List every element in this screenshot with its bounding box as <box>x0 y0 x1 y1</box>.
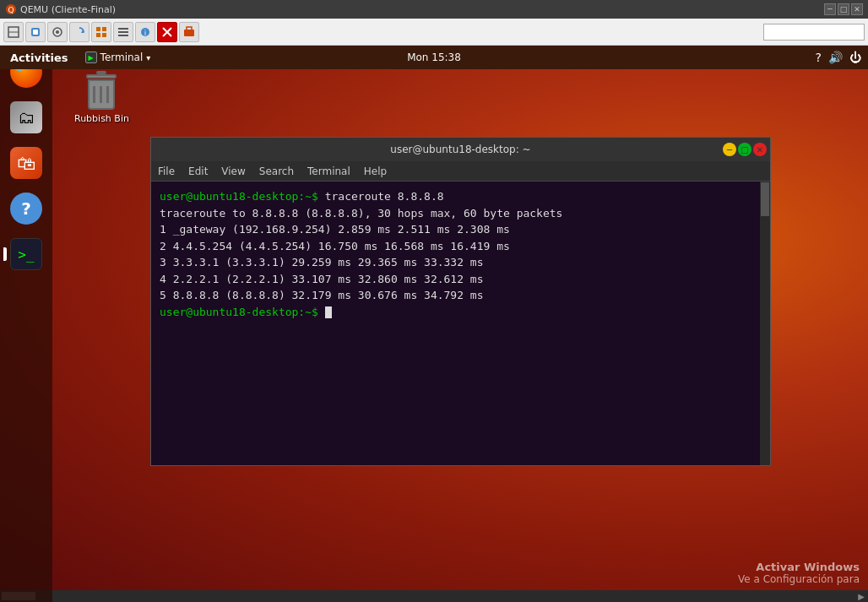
terminal-line-5: 3 3.3.3.1 (3.3.3.1) 29.259 ms 29.365 ms … <box>160 254 762 271</box>
dock-item-appstore[interactable]: 🛍 <box>7 144 46 182</box>
cmd-1: traceroute 8.8.8.8 <box>325 190 444 203</box>
panel-terminal-arrow: ▾ <box>146 53 150 62</box>
svg-rect-15 <box>118 35 128 36</box>
qemu-close-button[interactable]: ✕ <box>851 3 863 15</box>
watermark-line2: Ve a Configuración para <box>738 573 860 585</box>
qemu-tb-btn-1[interactable] <box>25 22 46 42</box>
panel-right-icons: ? 🔊 ⏻ <box>816 51 868 64</box>
panel-activities-button[interactable]: Activities <box>0 52 79 64</box>
activate-watermark: Activar Windows Ve a Configuración para <box>738 561 860 585</box>
terminal-minimize-button[interactable]: ─ <box>723 143 736 156</box>
terminal-line-2: traceroute to 8.8.8.8 (8.8.8.8), 30 hops… <box>160 205 762 222</box>
prompt-2: user@ubuntu18-desktop:~$ <box>160 306 318 318</box>
qemu-window-controls: ─ □ ✕ <box>824 3 863 15</box>
svg-point-7 <box>56 30 59 34</box>
trash-graphic <box>84 69 119 110</box>
qemu-icon: Q <box>5 3 17 15</box>
desktop: Q QEMU (Cliente-Final) ─ □ ✕ i <box>0 0 868 602</box>
terminal-close-button[interactable]: ✕ <box>753 143 767 156</box>
terminal-menubar: File Edit View Search Terminal Help <box>151 161 770 182</box>
terminal-cursor <box>325 306 332 318</box>
qemu-minimize-button[interactable]: ─ <box>824 3 836 15</box>
terminal-line-4: 2 4.4.5.254 (4.4.5.254) 16.750 ms 16.568… <box>160 238 762 255</box>
rubbish-bin-icon[interactable]: Rubbish Bin <box>74 69 129 124</box>
qemu-title: QEMU (Cliente-Final) <box>20 4 824 15</box>
terminal-menu-file[interactable]: File <box>158 165 175 177</box>
trash-body <box>88 79 115 110</box>
terminal-scrollbar-thumb[interactable] <box>761 182 769 216</box>
terminal-line-1: user@ubuntu18-desktop:~$ traceroute 8.8.… <box>160 188 762 205</box>
qemu-tb-btn-5[interactable] <box>113 22 133 42</box>
terminal-maximize-button[interactable]: □ <box>738 143 751 156</box>
trash-lid <box>86 74 117 79</box>
terminal-line-8: user@ubuntu18-desktop:~$ <box>160 304 762 321</box>
terminal-menu-search[interactable]: Search <box>259 165 294 177</box>
terminal-window-controls: ─ □ ✕ <box>723 143 767 156</box>
svg-rect-12 <box>102 33 106 37</box>
panel-help-icon[interactable]: ? <box>816 51 822 64</box>
panel-power-icon[interactable]: ⏻ <box>849 51 861 64</box>
qemu-tb-btn-0[interactable] <box>3 22 24 42</box>
qemu-titlebar: Q QEMU (Cliente-Final) ─ □ ✕ <box>0 0 868 19</box>
prompt-1: user@ubuntu18-desktop:~$ <box>160 190 318 203</box>
watermark-line1: Activar Windows <box>738 561 860 573</box>
terminal-titlebar: user@ubuntu18-desktop: ~ ─ □ ✕ <box>151 138 770 161</box>
qemu-tb-btn-3[interactable] <box>69 22 90 42</box>
qemu-tb-btn-7[interactable] <box>157 22 177 42</box>
qemu-toolbar: i <box>0 19 868 46</box>
terminal-menu-edit[interactable]: Edit <box>188 165 208 177</box>
svg-rect-11 <box>96 33 100 37</box>
svg-rect-14 <box>118 31 128 33</box>
scroll-right-arrow[interactable]: ▶ <box>858 592 868 601</box>
terminal-menu-terminal[interactable]: Terminal <box>307 165 350 177</box>
ubuntu-panel: Activities ▶ Terminal ▾ Mon 15:38 ? 🔊 ⏻ <box>0 46 868 69</box>
panel-terminal-label: Terminal <box>100 52 144 63</box>
terminal-dock-icon: >_ <box>10 238 42 270</box>
qemu-tb-btn-6[interactable]: i <box>135 22 155 42</box>
terminal-body[interactable]: user@ubuntu18-desktop:~$ traceroute 8.8.… <box>151 182 770 465</box>
svg-rect-13 <box>118 28 128 30</box>
terminal-line-3: 1 _gateway (192.168.9.254) 2.859 ms 2.51… <box>160 221 762 238</box>
panel-terminal-menu[interactable]: ▶ Terminal ▾ <box>79 52 158 63</box>
svg-text:Q: Q <box>8 6 14 14</box>
qemu-maximize-button[interactable]: □ <box>838 3 849 15</box>
appstore-icon: 🛍 <box>10 147 42 179</box>
dock-item-files[interactable]: 🗂 <box>7 98 46 137</box>
qemu-tb-btn-4[interactable] <box>91 22 111 42</box>
qemu-tb-btn-2[interactable] <box>47 22 68 42</box>
svg-rect-5 <box>33 30 38 35</box>
svg-rect-10 <box>102 27 106 31</box>
bottom-scrollbar[interactable]: ▶ <box>0 590 868 602</box>
help-icon: ? <box>10 193 42 225</box>
terminal-window-title: user@ubuntu18-desktop: ~ <box>390 144 530 155</box>
dock: 🗂 🛍 ? >_ <box>0 46 52 602</box>
svg-rect-9 <box>96 27 100 31</box>
panel-clock[interactable]: Mon 15:38 <box>407 52 461 63</box>
terminal-menu-icon: ▶ <box>85 52 97 63</box>
terminal-menu-help[interactable]: Help <box>364 165 387 177</box>
terminal-window: user@ubuntu18-desktop: ~ ─ □ ✕ File Edit… <box>150 137 771 466</box>
dock-item-terminal[interactable]: >_ <box>7 235 46 274</box>
terminal-scrollbar[interactable] <box>760 182 770 465</box>
terminal-line-7: 5 8.8.8.8 (8.8.8.8) 32.179 ms 30.676 ms … <box>160 287 762 304</box>
qemu-search-input[interactable] <box>763 24 865 41</box>
terminal-line-6: 4 2.2.2.1 (2.2.2.1) 33.107 ms 32.860 ms … <box>160 271 762 288</box>
terminal-menu-view[interactable]: View <box>221 165 245 177</box>
qemu-tb-btn-8[interactable] <box>179 22 199 42</box>
svg-rect-21 <box>187 27 192 30</box>
panel-volume-icon[interactable]: 🔊 <box>828 51 843 64</box>
dock-item-help[interactable]: ? <box>7 189 46 228</box>
svg-text:i: i <box>144 29 147 37</box>
files-icon: 🗂 <box>10 101 42 133</box>
rubbish-bin-label: Rubbish Bin <box>74 113 129 124</box>
